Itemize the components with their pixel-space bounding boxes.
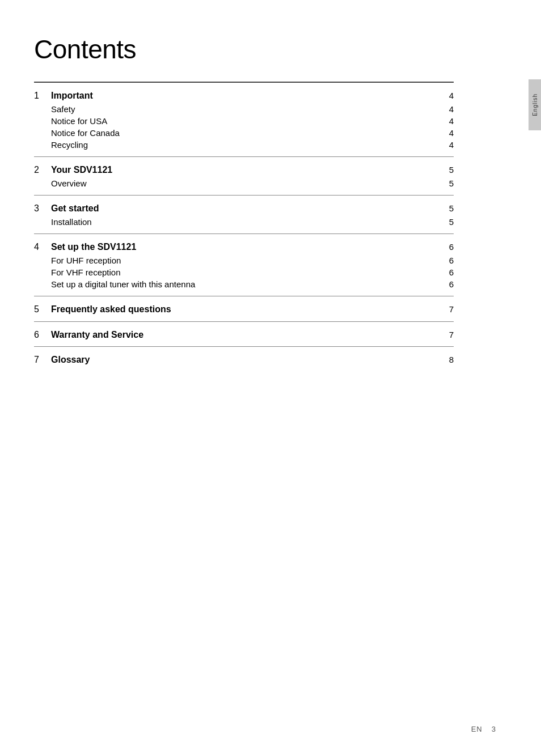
section-number: 3 (34, 196, 51, 216)
sub-num-empty (34, 266, 51, 278)
section-page: 7 (437, 321, 454, 342)
sub-title: Installation (51, 216, 437, 234)
toc-section-header: 1Important4 (34, 82, 454, 103)
toc-table: 1Important4Safety4Notice for USA4Notice … (34, 82, 454, 372)
sub-num-empty (34, 278, 51, 296)
sub-page: 4 (437, 127, 454, 139)
section-page: 4 (437, 82, 454, 103)
sub-num-empty (34, 103, 51, 115)
section-number: 5 (34, 296, 51, 317)
toc-sub-item: Overview5 (34, 177, 454, 196)
section-title: Important (51, 82, 437, 103)
sub-title: Notice for USA (51, 115, 437, 127)
spacer-row (34, 367, 454, 372)
sub-title: Notice for Canada (51, 127, 437, 139)
sub-page: 6 (437, 266, 454, 278)
sub-title: Safety (51, 103, 437, 115)
toc-sub-item: For VHF reception6 (34, 266, 454, 278)
toc-section-header: 3Get started5 (34, 196, 454, 216)
section-page: 6 (437, 234, 454, 255)
sub-num-empty (34, 216, 51, 234)
toc-section-header: 5Frequently asked questions7 (34, 296, 454, 317)
section-title: Your SDV1121 (51, 157, 437, 178)
sub-num-empty (34, 254, 51, 266)
sub-title: Set up a digital tuner with this antenna (51, 278, 437, 296)
toc-section-header: 6Warranty and Service7 (34, 321, 454, 342)
sub-num-empty (34, 139, 51, 157)
footer-lang: EN (471, 725, 483, 733)
section-title: Warranty and Service (51, 321, 437, 342)
toc-sub-item: Set up a digital tuner with this antenna… (34, 278, 454, 296)
sub-title: Overview (51, 177, 437, 196)
section-page: 5 (437, 157, 454, 178)
sub-page: 4 (437, 115, 454, 127)
toc-sub-item: For UHF reception6 (34, 254, 454, 266)
toc-sub-item: Notice for Canada4 (34, 127, 454, 139)
section-title: Glossary (51, 347, 437, 368)
sub-num-empty (34, 177, 51, 196)
section-number: 6 (34, 321, 51, 342)
section-title: Frequently asked questions (51, 296, 437, 317)
toc-section-header: 2Your SDV11215 (34, 157, 454, 178)
side-tab: English (529, 79, 541, 130)
sub-page: 5 (437, 177, 454, 196)
spacer-row (34, 342, 454, 347)
toc-sub-item: Installation5 (34, 216, 454, 234)
sub-title: For VHF reception (51, 266, 437, 278)
sub-num-empty (34, 127, 51, 139)
section-page: 8 (437, 347, 454, 368)
sub-title: For UHF reception (51, 254, 437, 266)
page-container: English Contents 1Important4Safety4Notic… (0, 0, 541, 756)
section-number: 1 (34, 82, 51, 103)
footer: EN 3 (471, 725, 496, 733)
toc-section-header: 4Set up the SDV11216 (34, 234, 454, 255)
page-title: Contents (34, 34, 454, 65)
toc-sub-item: Notice for USA4 (34, 115, 454, 127)
toc-section-header: 7Glossary8 (34, 347, 454, 368)
footer-page-num: 3 (492, 725, 496, 733)
section-title: Get started (51, 196, 437, 216)
section-page: 5 (437, 196, 454, 216)
sub-page: 4 (437, 103, 454, 115)
section-number: 2 (34, 157, 51, 178)
sub-page: 4 (437, 139, 454, 157)
section-number: 4 (34, 234, 51, 255)
sub-page: 5 (437, 216, 454, 234)
sub-title: Recycling (51, 139, 437, 157)
main-content: Contents 1Important4Safety4Notice for US… (0, 0, 499, 406)
toc-sub-item: Recycling4 (34, 139, 454, 157)
sub-page: 6 (437, 278, 454, 296)
section-page: 7 (437, 296, 454, 317)
section-title: Set up the SDV1121 (51, 234, 437, 255)
side-tab-label: English (532, 94, 538, 116)
section-number: 7 (34, 347, 51, 368)
spacer-row (34, 317, 454, 321)
sub-num-empty (34, 115, 51, 127)
toc-sub-item: Safety4 (34, 103, 454, 115)
sub-page: 6 (437, 254, 454, 266)
